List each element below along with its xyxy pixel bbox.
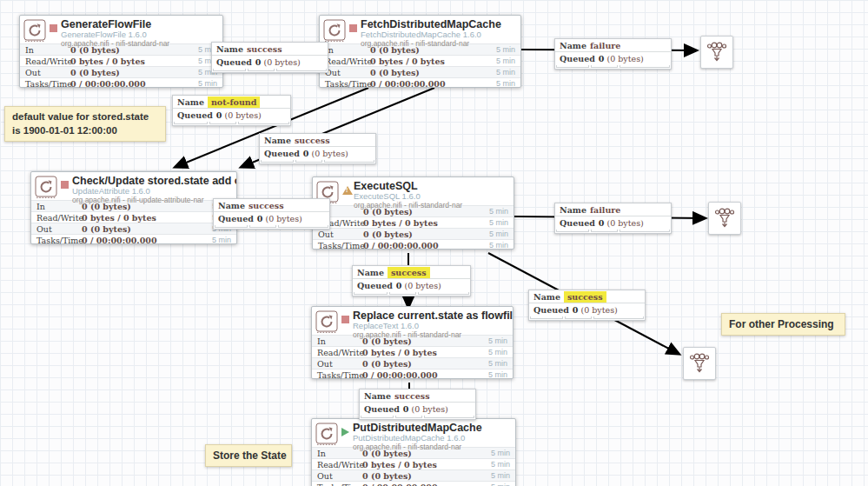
stat-row-out: Out0 (0 bytes)5 min xyxy=(312,357,513,369)
stat-row-out: Out0 (0 bytes)5 min xyxy=(31,223,236,234)
processor-icon xyxy=(323,19,346,42)
relationship-name: success xyxy=(248,201,284,210)
funnel-icon xyxy=(713,207,736,230)
label-default-value-note[interactable]: default value for stored.state is 1900-0… xyxy=(4,106,166,142)
processor-stats: In0 (0 bytes)5 min Read/Write0 bytes / 0… xyxy=(313,205,514,250)
relationship-name: success xyxy=(394,391,430,401)
connection-label-success[interactable]: Namesuccess Queued0 (0 bytes) xyxy=(528,290,646,321)
processor-title: GenerateFlowFile xyxy=(61,18,222,30)
relationship-name: failure xyxy=(590,41,620,50)
running-icon xyxy=(341,428,349,436)
processor-generateflowfile[interactable]: GenerateFlowFile GenerateFlowFile 1.6.0 … xyxy=(19,15,223,88)
processor-icon xyxy=(35,176,57,198)
stat-row-out: Out0 (0 bytes)5 min xyxy=(312,469,515,481)
processor-title: Check/Update stored.state add c... xyxy=(72,175,236,187)
stat-row-tasks: Tasks/Time0 / 00:00:00.0005 min xyxy=(312,481,515,486)
processor-replacetext[interactable]: Replace current.state as flowfile ... Re… xyxy=(311,306,514,379)
queue-indicator xyxy=(353,292,470,296)
queue-indicator xyxy=(260,160,375,163)
processor-putdistributedmapcache[interactable]: PutDistributedMapCache PutDistributedMap… xyxy=(311,418,516,486)
processor-stats: In0 (0 bytes)5 min Read/Write0 bytes / 0… xyxy=(312,447,515,486)
stat-row-readwrite: Read/Write0 bytes / 0 bytes5 min xyxy=(312,346,513,357)
connection-label-not-found[interactable]: Namenot-found Queued0 (0 bytes) xyxy=(172,95,291,126)
connection-label-failure[interactable]: Namefailure Queued0 (0 bytes) xyxy=(554,203,672,234)
stat-row-tasks: Tasks/Time0 / 00:00:00.0005 min xyxy=(312,369,513,380)
stat-row-readwrite: Read/Write0 bytes / 0 bytes5 min xyxy=(31,211,236,223)
processor-executesql[interactable]: ExecuteSQL ExecuteSQL 1.6.0 org.apache.n… xyxy=(312,176,514,250)
connection-label-success[interactable]: Namesuccess Queued0 (0 bytes) xyxy=(359,389,476,420)
funnel[interactable] xyxy=(708,202,741,235)
processor-icon xyxy=(315,423,338,445)
queue-indicator xyxy=(212,69,328,72)
stopped-icon xyxy=(61,181,69,189)
connection-label-success[interactable]: Namesuccess Queued0 (0 bytes) xyxy=(259,133,376,164)
warning-icon xyxy=(342,186,353,195)
connection-label-success[interactable]: Namesuccess Queued0 (0 bytes) xyxy=(213,198,330,230)
processor-fetchdistributedmapcache[interactable]: FetchDistributedMapCache FetchDistribute… xyxy=(319,15,521,88)
connection-label-failure[interactable]: Namefailure Queued0 (0 bytes) xyxy=(554,38,672,70)
stat-row-tasks: Tasks/Time0 / 00:00:00.0005 min xyxy=(320,77,520,89)
nifi-canvas[interactable]: GenerateFlowFile GenerateFlowFile 1.6.0 … xyxy=(0,0,868,486)
processor-bundle: org.apache.nifi - nifi-standard-nar xyxy=(354,202,514,210)
processor-stats: In0 (0 bytes)5 min Read/Write0 bytes / 0… xyxy=(31,200,236,245)
processor-bundle: org.apache.nifi - nifi-standard-nar xyxy=(353,443,515,452)
stat-row-out: Out0 (0 bytes)5 min xyxy=(320,66,520,77)
processor-stats: In0 (0 bytes)5 min Read/Write0 bytes / 0… xyxy=(20,43,222,89)
label-store-the-state[interactable]: Store the State xyxy=(205,444,292,467)
stopped-icon xyxy=(50,24,57,32)
funnel-icon xyxy=(688,352,711,375)
stopped-icon xyxy=(341,316,349,323)
stopped-icon xyxy=(349,24,357,32)
funnel-icon xyxy=(706,41,728,63)
processor-bundle: org.apache.nifi - nifi-standard-nar xyxy=(361,40,520,49)
processor-title: Replace current.state as flowfile ... xyxy=(353,310,513,322)
processor-icon xyxy=(23,19,46,42)
stat-row-tasks: Tasks/Time0 / 00:00:00.0005 min xyxy=(313,239,514,250)
processor-bundle: org.apache.nifi - nifi-update-attribute-… xyxy=(72,196,236,205)
stat-row-out: Out0 (0 bytes)5 min xyxy=(313,228,514,239)
stat-row-out: Out0 (0 bytes)5 min xyxy=(20,66,222,77)
relationship-name: success xyxy=(295,136,330,145)
processor-bundle: org.apache.nifi - nifi-standard-nar xyxy=(353,331,513,340)
processor-icon xyxy=(315,310,338,333)
stat-row-readwrite: Read/Write0 bytes / 0 bytes5 min xyxy=(312,458,515,469)
processor-title: ExecuteSQL xyxy=(354,180,514,192)
queue-indicator xyxy=(555,230,671,233)
relationship-name: failure xyxy=(590,205,620,215)
queue-indicator xyxy=(360,416,475,419)
label-for-other-processing[interactable]: For other Processing xyxy=(721,313,845,336)
queue-indicator xyxy=(555,65,671,69)
stat-row-readwrite: Read/Write0 bytes / 0 bytes5 min xyxy=(313,216,514,228)
processor-title: FetchDistributedMapCache xyxy=(361,18,520,30)
stat-row-readwrite: Read/Write0 bytes / 0 bytes5 min xyxy=(20,55,222,66)
queue-indicator xyxy=(529,316,645,320)
relationship-name: success xyxy=(564,291,606,303)
processor-bundle: org.apache.nifi - nifi-standard-nar xyxy=(61,40,222,49)
stat-row-readwrite: Read/Write0 bytes / 0 bytes5 min xyxy=(320,55,520,66)
processor-title: PutDistributedMapCache xyxy=(353,422,515,434)
stat-row-tasks: Tasks/Time0 / 00:00:00.0005 min xyxy=(20,77,222,89)
connection-label-success[interactable]: Namesuccess Queued0 (0 bytes) xyxy=(352,265,471,296)
connection-label-success[interactable]: Namesuccess Queued0 (0 bytes) xyxy=(211,42,328,73)
queue-indicator xyxy=(214,225,329,229)
queue-indicator xyxy=(173,122,290,125)
relationship-name: success xyxy=(247,44,282,54)
processor-stats: In0 (0 bytes)5 min Read/Write0 bytes / 0… xyxy=(312,335,513,380)
stat-row-tasks: Tasks/Time0 / 00:00:00.0005 min xyxy=(31,234,236,245)
funnel[interactable] xyxy=(700,36,733,69)
processor-updateattribute[interactable]: Check/Update stored.state add c... Updat… xyxy=(30,171,237,244)
relationship-name: not-found xyxy=(208,97,260,108)
funnel[interactable] xyxy=(683,347,716,380)
relationship-name: success xyxy=(388,267,430,278)
processor-stats: In0 (0 bytes)5 min Read/Write0 bytes / 0… xyxy=(320,43,520,89)
